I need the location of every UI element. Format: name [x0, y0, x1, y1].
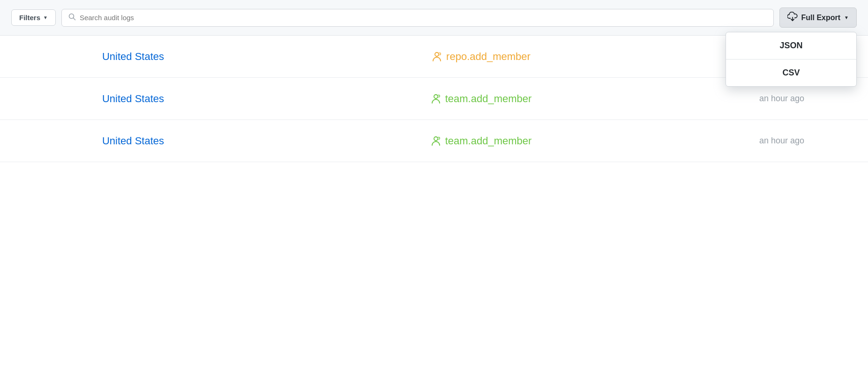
location-text: United States — [102, 51, 164, 62]
filters-label: Filters — [19, 14, 40, 22]
page-container: Filters ▼ Full Export ▼ — [0, 0, 868, 373]
action-text: team.add_member — [445, 93, 532, 105]
search-icon — [68, 13, 76, 22]
row-time: an hour ago — [707, 136, 857, 146]
location-text: United States — [102, 93, 164, 104]
cloud-download-icon — [787, 12, 798, 23]
time-text: an hour ago — [759, 136, 804, 145]
location-text: United States — [102, 135, 164, 147]
row-location: United States — [11, 93, 255, 105]
person-icon — [431, 51, 442, 62]
row-action: team.add_member — [255, 93, 707, 105]
row-location: United States — [11, 51, 255, 63]
export-dropdown-menu: JSON CSV — [726, 32, 857, 87]
svg-point-11 — [434, 137, 438, 141]
action-text: team.add_member — [445, 135, 532, 147]
person-icon — [430, 135, 441, 147]
action-container: team.add_member — [255, 93, 707, 105]
export-chevron-icon: ▼ — [844, 15, 849, 20]
action-text: repo.add_member — [446, 51, 531, 63]
person-icon — [430, 93, 441, 104]
export-json-option[interactable]: JSON — [726, 32, 856, 60]
row-action: team.add_member — [255, 135, 707, 147]
full-export-button[interactable]: Full Export ▼ — [779, 7, 857, 28]
svg-point-3 — [435, 52, 439, 56]
header-bar: Filters ▼ Full Export ▼ — [0, 0, 868, 36]
time-text: an hour ago — [759, 94, 804, 103]
row-location: United States — [11, 135, 255, 147]
row-action: repo.add_member — [255, 51, 707, 63]
action-container: repo.add_member — [255, 51, 707, 63]
search-input[interactable] — [80, 14, 767, 22]
table-row: United States team.add_member — [0, 120, 868, 162]
svg-point-7 — [434, 95, 438, 98]
export-csv-option[interactable]: CSV — [726, 60, 856, 86]
filters-button[interactable]: Filters ▼ — [11, 9, 56, 26]
export-label: Full Export — [801, 14, 841, 22]
filters-chevron-icon: ▼ — [43, 15, 48, 20]
row-time: an hour ago — [707, 94, 857, 104]
action-container: team.add_member — [255, 135, 707, 147]
svg-line-1 — [73, 18, 75, 20]
search-container — [61, 9, 774, 27]
